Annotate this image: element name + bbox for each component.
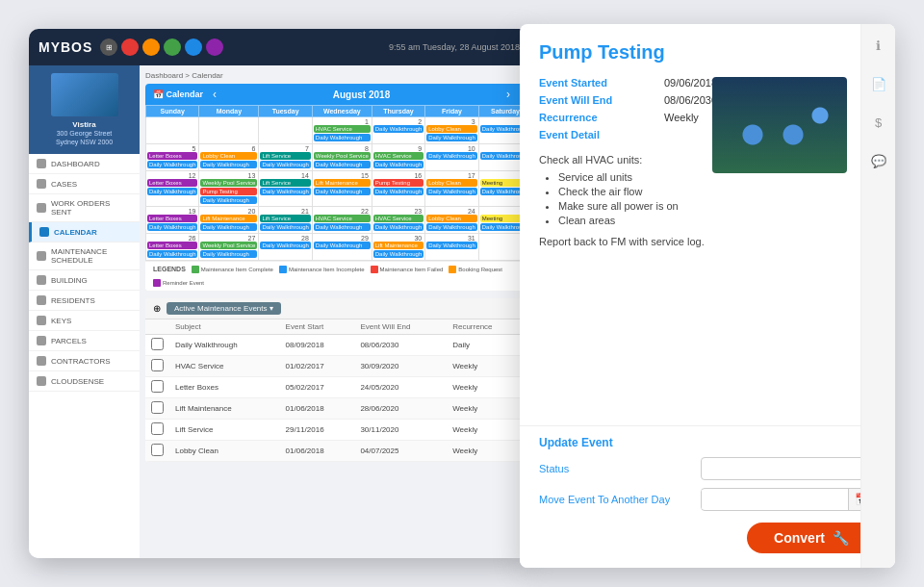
calendar-event[interactable]: Daily Walkthrough [426, 134, 476, 141]
calendar-event[interactable]: Daily Walkthrough [480, 223, 524, 231]
row-checkbox[interactable] [151, 359, 164, 371]
calendar-cell[interactable]: 16Pump TestingDaily Walkthrough [372, 171, 424, 207]
calendar-event[interactable]: Daily Walkthrough [480, 125, 524, 133]
calendar-cell[interactable]: 6Lobby CleanDaily Walkthrough [199, 144, 259, 171]
calendar-event[interactable]: Lobby Clean [426, 125, 476, 133]
calendar-event[interactable]: Lift Maintenance [200, 215, 257, 222]
purple-icon[interactable] [206, 38, 223, 56]
row-checkbox[interactable] [151, 401, 164, 414]
calendar-event[interactable]: Daily Walkthrough [373, 250, 424, 258]
calendar-event[interactable]: Pump Testing [200, 188, 257, 195]
convert-button[interactable]: Convert 🔧 [747, 523, 876, 553]
calendar-event[interactable]: HVAC Service [314, 215, 371, 222]
calendar-event[interactable]: Daily Walkthrough [426, 242, 476, 249]
table-row[interactable]: Letter Boxes05/02/201724/05/2020Weekly [145, 377, 524, 398]
row-checkbox[interactable] [151, 422, 164, 435]
red-icon[interactable] [121, 38, 139, 56]
calendar-event[interactable]: Daily Walkthrough [373, 188, 424, 195]
calendar-event[interactable]: Lift Service [260, 152, 310, 160]
calendar-event[interactable]: Lobby Clean [426, 179, 476, 187]
calendar-event[interactable]: Lift Service [260, 179, 310, 187]
orange-icon[interactable] [142, 38, 160, 56]
calendar-cell[interactable]: 12Letter BoxesDaily Walkthrough [146, 171, 199, 207]
calendar-event[interactable]: Daily Walkthrough [314, 134, 371, 141]
next-month-button[interactable]: › [500, 88, 516, 101]
calendar-event[interactable]: Daily Walkthrough [147, 250, 197, 258]
calendar-event[interactable]: Lobby Clean [426, 215, 476, 222]
info-icon[interactable]: ℹ [867, 34, 890, 57]
table-row[interactable]: HVAC Service01/02/201730/09/2020Weekly [145, 356, 524, 377]
calendar-event[interactable]: Letter Boxes [147, 179, 197, 187]
calendar-event[interactable]: Daily Walkthrough [260, 188, 310, 195]
calendar-event[interactable]: Daily Walkthrough [426, 188, 476, 195]
prev-month-button[interactable]: ‹ [207, 88, 222, 101]
sidebar-item-residents[interactable]: RESIDENTS [29, 291, 140, 311]
calendar-cell[interactable]: 29Daily Walkthrough [312, 234, 372, 261]
calendar-cell[interactable]: 28Daily Walkthrough [259, 234, 312, 261]
calendar-event[interactable]: Daily Walkthrough [480, 188, 524, 195]
calendar-cell[interactable]: 23HVAC ServiceDaily Walkthrough [372, 207, 424, 234]
sidebar-item-parcels[interactable]: PARCELS [29, 331, 140, 351]
sidebar-item-cases[interactable]: CASES [29, 174, 140, 194]
calendar-cell[interactable]: 5Letter BoxesDaily Walkthrough [146, 144, 199, 171]
calendar-cell[interactable]: 10Daily Walkthrough [425, 144, 478, 171]
calendar-event[interactable]: Daily Walkthrough [373, 223, 424, 231]
calendar-event[interactable]: Letter Boxes [147, 215, 197, 222]
calendar-cell[interactable]: 3Lobby CleanDaily Walkthrough [425, 117, 478, 144]
sidebar-item-maintenance[interactable]: MAINTENANCE SCHEDULE [29, 242, 140, 270]
comment-icon[interactable]: 💬 [867, 149, 890, 172]
calendar-event[interactable]: Meeting [480, 215, 524, 222]
sidebar-item-keys[interactable]: KEYS [29, 311, 140, 331]
calendar-event[interactable]: Daily Walkthrough [260, 223, 310, 231]
calendar-event[interactable]: Lift Maintenance [314, 179, 371, 187]
calendar-cell[interactable]: 17Lobby CleanDaily Walkthrough [425, 171, 478, 207]
dollar-icon[interactable]: $ [867, 111, 890, 134]
calendar-cell[interactable] [146, 117, 199, 144]
calendar-event[interactable]: Daily Walkthrough [200, 161, 257, 168]
status-select[interactable]: Complete Incomplete Failed [701, 457, 876, 480]
calendar-event[interactable]: HVAC Service [373, 152, 424, 160]
calendar-event[interactable]: Daily Walkthrough [260, 161, 310, 168]
table-row[interactable]: Lobby Clean01/06/201804/07/2025Weekly [145, 441, 524, 462]
calendar-event[interactable]: Daily Walkthrough [314, 188, 371, 195]
row-checkbox[interactable] [151, 338, 164, 350]
calendar-cell[interactable]: 9HVAC ServiceDaily Walkthrough [372, 144, 424, 171]
calendar-event[interactable]: Daily Walkthrough [200, 223, 257, 231]
calendar-cell[interactable] [478, 234, 524, 261]
sidebar-item-cloudsense[interactable]: CLOUDSENSE [29, 371, 140, 392]
calendar-cell[interactable]: 24Lobby CleanDaily Walkthrough [425, 207, 478, 234]
calendar-event[interactable]: Lift Service [260, 215, 310, 222]
calendar-event[interactable]: Letter Boxes [147, 242, 197, 249]
calendar-cell[interactable]: 19Letter BoxesDaily Walkthrough [146, 207, 199, 234]
calendar-cell[interactable]: 11Daily Walkthrough [478, 144, 524, 171]
blue-icon[interactable] [185, 38, 202, 56]
calendar-cell[interactable]: 14Lift ServiceDaily Walkthrough [259, 171, 312, 207]
calendar-cell[interactable]: 20Lift MaintenanceDaily Walkthrough [199, 207, 259, 234]
calendar-event[interactable]: Daily Walkthrough [147, 223, 197, 231]
sidebar-item-dashboard[interactable]: DASHBOARD [29, 154, 140, 174]
calendar-event[interactable]: Daily Walkthrough [200, 250, 257, 258]
calendar-cell[interactable]: 21Lift ServiceDaily Walkthrough [259, 207, 312, 234]
calendar-cell[interactable]: 15Lift MaintenanceDaily Walkthrough [312, 171, 372, 207]
calendar-cell[interactable]: 18MeetingDaily Walkthrough [478, 171, 524, 207]
calendar-event[interactable]: Daily Walkthrough [200, 196, 257, 204]
calendar-event[interactable]: Daily Walkthrough [314, 242, 371, 249]
calendar-event[interactable]: Lift Maintenance [373, 242, 424, 249]
sidebar-item-contractors[interactable]: CONTRACTORS [29, 351, 140, 371]
calendar-cell[interactable]: 4Daily Walkthrough [478, 117, 524, 144]
calendar-cell[interactable]: 1HVAC ServiceDaily Walkthrough [312, 117, 372, 144]
move-date-input[interactable] [702, 490, 848, 509]
calendar-event[interactable]: HVAC Service [314, 125, 371, 133]
calendar-cell[interactable] [259, 117, 312, 144]
calendar-event[interactable]: Daily Walkthrough [147, 161, 197, 168]
calendar-cell[interactable]: 8Weekly Pool ServiceDaily Walkthrough [312, 144, 372, 171]
calendar-cell[interactable]: 7Lift ServiceDaily Walkthrough [259, 144, 312, 171]
sidebar-item-building[interactable]: BUILDING [29, 270, 140, 291]
sidebar-item-workorders[interactable]: WORK ORDERS SENT [29, 194, 140, 222]
calendar-event[interactable]: Meeting [480, 179, 524, 187]
table-row[interactable]: Lift Service29/11/201630/11/2020Weekly [145, 420, 524, 441]
row-checkbox[interactable] [151, 380, 164, 393]
calendar-cell[interactable]: 2Daily Walkthrough [372, 117, 424, 144]
calendar-event[interactable]: Daily Walkthrough [373, 161, 424, 168]
calendar-cell[interactable]: 13Weekly Pool ServicePump TestingDaily W… [199, 171, 259, 207]
